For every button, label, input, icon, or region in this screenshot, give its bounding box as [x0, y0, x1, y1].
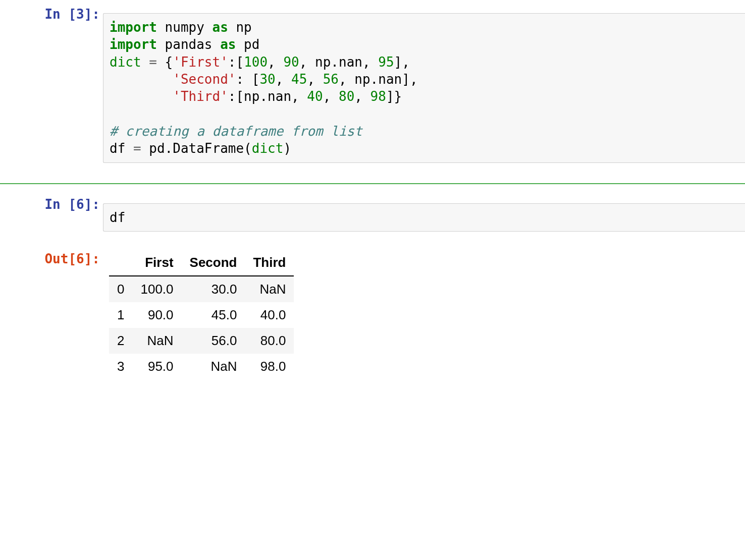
- table-row: 395.0NaN98.0: [109, 354, 294, 379]
- table-cell: NaN: [132, 328, 181, 354]
- table-cell: 100.0: [132, 276, 181, 302]
- output-area: FirstSecondThird 0100.030.0NaN190.045.04…: [103, 245, 745, 379]
- table-cell: NaN: [182, 354, 245, 379]
- table-row: 2NaN56.080.0: [109, 328, 294, 354]
- code-cell: In [6]: df: [0, 190, 745, 245]
- table-row-index: 1: [109, 302, 132, 328]
- table-column-header: Second: [182, 250, 245, 276]
- code-cell: In [3]: import numpy as np import pandas…: [0, 0, 745, 176]
- in-prompt: In [3]:: [0, 0, 103, 23]
- table-row: 0100.030.0NaN: [109, 276, 294, 302]
- in-prompt: In [6]:: [0, 190, 103, 213]
- code-editor[interactable]: df: [103, 203, 745, 232]
- output-row: Out[6]: FirstSecondThird 0100.030.0NaN19…: [0, 245, 745, 379]
- table-cell: 40.0: [245, 302, 294, 328]
- table-cell: 80.0: [245, 328, 294, 354]
- dataframe-table: FirstSecondThird 0100.030.0NaN190.045.04…: [109, 250, 294, 379]
- table-cell: 56.0: [182, 328, 245, 354]
- table-cell: 95.0: [132, 354, 181, 379]
- code-editor[interactable]: import numpy as np import pandas as pd d…: [103, 13, 745, 163]
- table-column-header: Third: [245, 250, 294, 276]
- table-row-index: 2: [109, 328, 132, 354]
- table-row-index: 0: [109, 276, 132, 302]
- table-cell: 90.0: [132, 302, 181, 328]
- table-cell: 30.0: [182, 276, 245, 302]
- table-cell: NaN: [245, 276, 294, 302]
- table-cell: 98.0: [245, 354, 294, 379]
- table-row: 190.045.040.0: [109, 302, 294, 328]
- cell-selection-bar: [0, 183, 745, 184]
- table-row-index: 3: [109, 354, 132, 379]
- table-cell: 45.0: [182, 302, 245, 328]
- out-prompt: Out[6]:: [0, 245, 103, 267]
- table-column-header: First: [132, 250, 181, 276]
- table-header-row: FirstSecondThird: [109, 250, 294, 276]
- table-corner: [109, 250, 132, 276]
